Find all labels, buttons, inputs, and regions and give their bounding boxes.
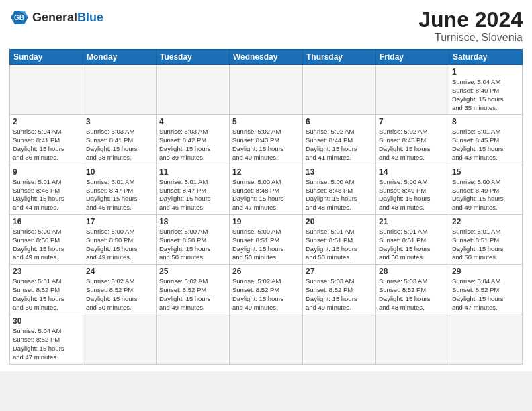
day-number: 29 <box>452 267 519 276</box>
day-info: Sunrise: 5:01 AM Sunset: 8:46 PM Dayligh… <box>13 178 80 212</box>
day-info: Sunrise: 5:02 AM Sunset: 8:52 PM Dayligh… <box>159 277 226 312</box>
day-number: 23 <box>13 267 80 276</box>
calendar-cell: 21Sunrise: 5:01 AM Sunset: 8:51 PM Dayli… <box>376 214 449 264</box>
day-header-monday: Monday <box>83 50 157 65</box>
day-info: Sunrise: 5:04 AM Sunset: 8:41 PM Dayligh… <box>13 128 80 162</box>
day-header-saturday: Saturday <box>449 50 523 65</box>
day-number: 5 <box>232 117 300 126</box>
day-info: Sunrise: 5:01 AM Sunset: 8:51 PM Dayligh… <box>452 228 519 262</box>
day-info: Sunrise: 5:01 AM Sunset: 8:51 PM Dayligh… <box>306 228 373 262</box>
calendar-cell: 18Sunrise: 5:00 AM Sunset: 8:50 PM Dayli… <box>157 214 230 264</box>
logo-blue-text: Blue <box>77 11 103 24</box>
calendar-cell <box>157 314 230 364</box>
day-number: 7 <box>379 117 446 126</box>
calendar-cell: 20Sunrise: 5:01 AM Sunset: 8:51 PM Dayli… <box>303 214 376 264</box>
calendar-cell: 19Sunrise: 5:00 AM Sunset: 8:51 PM Dayli… <box>230 214 303 264</box>
calendar-cell: 25Sunrise: 5:02 AM Sunset: 8:52 PM Dayli… <box>157 265 230 314</box>
day-number: 12 <box>232 167 300 177</box>
day-number: 1 <box>452 67 519 77</box>
day-info: Sunrise: 5:04 AM Sunset: 8:52 PM Dayligh… <box>13 327 80 361</box>
calendar-cell <box>303 65 376 115</box>
day-number: 15 <box>452 167 519 177</box>
day-info: Sunrise: 5:00 AM Sunset: 8:49 PM Dayligh… <box>379 178 446 212</box>
day-info: Sunrise: 5:02 AM Sunset: 8:44 PM Dayligh… <box>306 128 373 162</box>
calendar-table: SundayMondayTuesdayWednesdayThursdayFrid… <box>9 49 523 365</box>
day-info: Sunrise: 5:03 AM Sunset: 8:52 PM Dayligh… <box>379 277 446 312</box>
calendar-cell: 5Sunrise: 5:02 AM Sunset: 8:43 PM Daylig… <box>230 115 303 165</box>
calendar-cell: 23Sunrise: 5:01 AM Sunset: 8:52 PM Dayli… <box>10 265 83 314</box>
header: GB General Blue June 2024 Turnisce, Slov… <box>9 8 523 44</box>
day-header-thursday: Thursday <box>303 50 376 65</box>
logo-text: General Blue <box>32 11 103 24</box>
day-info: Sunrise: 5:00 AM Sunset: 8:48 PM Dayligh… <box>306 178 373 212</box>
day-number: 11 <box>159 167 226 177</box>
day-number: 16 <box>13 217 80 226</box>
logo: GB General Blue <box>9 8 103 27</box>
calendar-cell: 6Sunrise: 5:02 AM Sunset: 8:44 PM Daylig… <box>303 115 376 165</box>
day-number: 25 <box>159 267 226 276</box>
day-info: Sunrise: 5:00 AM Sunset: 8:50 PM Dayligh… <box>86 228 153 262</box>
month-title: June 2024 <box>418 8 523 32</box>
day-info: Sunrise: 5:02 AM Sunset: 8:52 PM Dayligh… <box>86 277 153 312</box>
day-number: 21 <box>379 217 446 226</box>
day-number: 14 <box>379 167 446 177</box>
calendar-week-row: 2Sunrise: 5:04 AM Sunset: 8:41 PM Daylig… <box>10 115 523 165</box>
title-block: June 2024 Turnisce, Slovenia <box>418 8 523 44</box>
day-info: Sunrise: 5:03 AM Sunset: 8:42 PM Dayligh… <box>159 128 226 162</box>
calendar-cell: 13Sunrise: 5:00 AM Sunset: 8:48 PM Dayli… <box>303 165 376 214</box>
logo-general-text: General <box>32 11 77 24</box>
day-number: 24 <box>86 267 153 276</box>
day-number: 20 <box>306 217 373 226</box>
calendar-cell: 22Sunrise: 5:01 AM Sunset: 8:51 PM Dayli… <box>449 214 523 264</box>
calendar-week-row: 16Sunrise: 5:00 AM Sunset: 8:50 PM Dayli… <box>10 214 523 264</box>
calendar-cell <box>230 65 303 115</box>
calendar-header-row: SundayMondayTuesdayWednesdayThursdayFrid… <box>10 50 523 65</box>
day-info: Sunrise: 5:04 AM Sunset: 8:52 PM Dayligh… <box>452 277 519 312</box>
day-header-tuesday: Tuesday <box>157 50 230 65</box>
day-header-wednesday: Wednesday <box>230 50 303 65</box>
day-info: Sunrise: 5:04 AM Sunset: 8:40 PM Dayligh… <box>452 78 519 112</box>
day-info: Sunrise: 5:00 AM Sunset: 8:49 PM Dayligh… <box>452 178 519 212</box>
day-info: Sunrise: 5:01 AM Sunset: 8:52 PM Dayligh… <box>13 277 80 312</box>
day-info: Sunrise: 5:02 AM Sunset: 8:43 PM Dayligh… <box>232 128 300 162</box>
day-number: 22 <box>452 217 519 226</box>
day-info: Sunrise: 5:00 AM Sunset: 8:50 PM Dayligh… <box>159 228 226 262</box>
day-info: Sunrise: 5:00 AM Sunset: 8:50 PM Dayligh… <box>13 228 80 262</box>
calendar-cell <box>376 65 449 115</box>
day-number: 13 <box>306 167 373 177</box>
calendar-cell: 14Sunrise: 5:00 AM Sunset: 8:49 PM Dayli… <box>376 165 449 214</box>
day-number: 19 <box>232 217 300 226</box>
calendar-cell <box>10 65 83 115</box>
day-number: 30 <box>13 316 80 326</box>
calendar-cell: 17Sunrise: 5:00 AM Sunset: 8:50 PM Dayli… <box>83 214 157 264</box>
day-number: 27 <box>306 267 373 276</box>
calendar-week-row: 1Sunrise: 5:04 AM Sunset: 8:40 PM Daylig… <box>10 65 523 115</box>
day-info: Sunrise: 5:02 AM Sunset: 8:52 PM Dayligh… <box>232 277 300 312</box>
day-number: 26 <box>232 267 300 276</box>
calendar-cell: 10Sunrise: 5:01 AM Sunset: 8:47 PM Dayli… <box>83 165 157 214</box>
day-info: Sunrise: 5:01 AM Sunset: 8:47 PM Dayligh… <box>159 178 226 212</box>
calendar-cell: 15Sunrise: 5:00 AM Sunset: 8:49 PM Dayli… <box>449 165 523 214</box>
day-info: Sunrise: 5:02 AM Sunset: 8:45 PM Dayligh… <box>379 128 446 162</box>
calendar-cell: 16Sunrise: 5:00 AM Sunset: 8:50 PM Dayli… <box>10 214 83 264</box>
calendar-cell <box>376 314 449 364</box>
day-number: 18 <box>159 217 226 226</box>
day-header-sunday: Sunday <box>10 50 83 65</box>
calendar-cell <box>83 65 157 115</box>
calendar-cell <box>303 314 376 364</box>
day-number: 2 <box>13 117 80 126</box>
calendar-cell: 12Sunrise: 5:00 AM Sunset: 8:48 PM Dayli… <box>230 165 303 214</box>
day-number: 17 <box>86 217 153 226</box>
day-number: 4 <box>159 117 226 126</box>
day-number: 9 <box>13 167 80 177</box>
calendar-cell: 7Sunrise: 5:02 AM Sunset: 8:45 PM Daylig… <box>376 115 449 165</box>
day-info: Sunrise: 5:01 AM Sunset: 8:47 PM Dayligh… <box>86 178 153 212</box>
calendar-week-row: 9Sunrise: 5:01 AM Sunset: 8:46 PM Daylig… <box>10 165 523 214</box>
day-header-friday: Friday <box>376 50 449 65</box>
calendar-cell <box>83 314 157 364</box>
calendar-cell: 26Sunrise: 5:02 AM Sunset: 8:52 PM Dayli… <box>230 265 303 314</box>
calendar-cell: 11Sunrise: 5:01 AM Sunset: 8:47 PM Dayli… <box>157 165 230 214</box>
day-number: 6 <box>306 117 373 126</box>
day-info: Sunrise: 5:01 AM Sunset: 8:51 PM Dayligh… <box>379 228 446 262</box>
calendar-cell: 4Sunrise: 5:03 AM Sunset: 8:42 PM Daylig… <box>157 115 230 165</box>
